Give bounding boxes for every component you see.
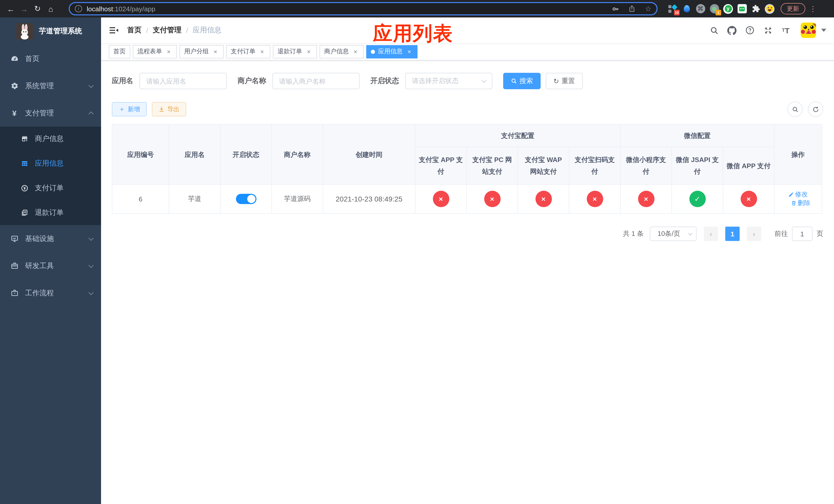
hamburger-icon[interactable] [109,25,119,36]
page-number-button[interactable]: 1 [725,227,740,241]
toggle-search-button[interactable] [787,101,803,117]
bookmark-star-icon[interactable]: ☆ [645,5,652,13]
chevron-down-icon [688,231,693,235]
cell-created: 2021-10-23 08:49:25 [323,185,415,214]
tab-merchant-info[interactable]: 商户信息× [320,45,364,58]
ext-chat-icon[interactable] [737,4,747,14]
url-text[interactable]: localhost:1024/pay/app [87,5,602,13]
col-created: 创建时间 [323,124,415,185]
export-button[interactable]: 导出 [152,102,186,116]
sidebar-item-app-info[interactable]: 应用信息 [0,151,101,176]
sidebar-item-refund-orders[interactable]: 退款订单 [0,201,101,225]
sidebar-item-payment[interactable]: ¥ 支付管理 [0,99,101,127]
browser-chrome: ← → ↻ ⌂ i localhost:1024/pay/app ☆ 10 ⌘ [0,0,834,18]
alipay-app-status-icon: × [433,191,449,207]
store-icon [21,135,28,143]
sidebar-item-dev-tools[interactable]: 研发工具 [0,252,101,279]
tab-home[interactable]: 首页 [109,45,130,58]
page-size-select[interactable]: 10条/页 [650,227,697,241]
search-icon [792,106,798,113]
status-label: 开启状态 [370,76,399,86]
browser-forward-icon[interactable]: → [18,2,31,15]
ext-y-icon[interactable]: y [723,4,733,14]
tab-close-icon[interactable]: × [165,48,172,55]
tab-app-info[interactable]: 应用信息× [366,45,418,58]
alipay-wap-status-icon: × [535,191,552,207]
extensions-puzzle-icon[interactable] [751,4,761,14]
ext-lens-icon[interactable]: 1 [709,4,719,14]
prev-page-button[interactable]: ‹ [704,227,718,241]
sidebar-item-label: 研发工具 [25,261,89,271]
delete-link[interactable]: 删除 [791,199,810,208]
browser-profile-avatar[interactable] [765,4,774,14]
status-select[interactable]: 请选择开启状态 [405,73,492,89]
tab-close-icon[interactable]: × [305,48,312,55]
wechat-jsapi-status-icon: ✓ [689,191,705,207]
tab-user-group[interactable]: 用户分组× [179,45,224,58]
url-host: localhost [87,5,113,13]
app-name-input[interactable] [139,73,227,89]
ext-command-icon[interactable]: ⌘ [696,4,705,14]
tab-close-icon[interactable]: × [259,48,266,55]
reset-button[interactable]: ↻ 重置 [546,73,583,89]
address-bar[interactable]: i localhost:1024/pay/app ☆ [69,2,658,15]
tab-close-icon[interactable]: × [212,48,219,55]
tab-close-icon[interactable]: × [406,48,413,55]
chevron-down-icon [88,290,94,295]
next-page-button[interactable]: › [747,227,761,241]
breadcrumb-item[interactable]: 首页 [127,26,141,35]
yen-icon: ¥ [10,109,19,117]
goto-page-input[interactable] [792,227,812,241]
site-info-icon[interactable]: i [75,5,82,12]
tab-pay-orders[interactable]: 支付订单× [226,45,270,58]
add-button[interactable]: ＋ 新增 [112,102,147,116]
wechat-app-status-icon: × [740,191,757,207]
goto-unit-label: 页 [816,229,823,239]
dashboard-icon [10,54,19,63]
sidebar-item-workflow[interactable]: 工作流程 [0,279,101,306]
cell-merchant: 芋道源码 [271,185,323,214]
password-key-icon[interactable] [612,5,619,13]
browser-menu-icon[interactable]: ⋮ [809,5,816,13]
sidebar-item-pay-orders[interactable]: 支付订单 [0,176,101,201]
search-icon[interactable] [709,26,719,35]
tab-process-form[interactable]: 流程表单× [133,45,177,58]
user-avatar[interactable] [801,23,816,38]
help-icon[interactable] [745,26,754,35]
edit-link[interactable]: 修改 [788,190,808,199]
pagination: 共 1 条 10条/页 ‹ 1 › 前往 页 [112,227,823,241]
ext-kite-icon[interactable] [682,4,692,14]
edit-link-label: 修改 [795,190,808,199]
sidebar: 芋道管理系统 首页 系统管理 ¥ 支付管理 [0,18,101,504]
extensions-area: 10 ⌘ 1 y 更新 ⋮ [668,3,816,14]
documents-icon [21,209,28,216]
sidebar-item-infrastructure[interactable]: 基础设施 [0,225,101,252]
browser-back-icon[interactable]: ← [4,2,18,15]
col-app-id: 应用编号 [112,124,169,185]
merchant-name-input[interactable] [272,73,359,89]
fullscreen-icon[interactable] [763,26,772,35]
col-wechat-mini: 微信小程序支付 [620,147,672,185]
app-status-toggle[interactable] [236,194,256,204]
merchant-name-label: 商户名称 [238,76,266,86]
tab-close-icon[interactable]: × [352,48,359,55]
tab-refund-orders[interactable]: 退款订单× [273,45,317,58]
breadcrumb-item[interactable]: 支付管理 [153,26,181,35]
caret-down-icon[interactable] [821,29,826,32]
sidebar-logo[interactable]: 芋道管理系统 [0,18,101,45]
pencil-icon [788,192,794,198]
delete-link-label: 删除 [797,199,810,208]
github-icon[interactable] [727,26,737,35]
refresh-table-button[interactable] [808,101,823,117]
share-icon[interactable] [629,5,636,12]
group-wechat-config: 微信配置 [620,124,774,147]
sidebar-item-home[interactable]: 首页 [0,45,101,72]
browser-reload-icon[interactable]: ↻ [31,2,44,15]
search-button[interactable]: 搜索 [503,73,541,89]
sidebar-item-system[interactable]: 系统管理 [0,72,101,99]
browser-update-button[interactable]: 更新 [781,3,805,14]
font-size-icon[interactable]: TT [781,26,790,35]
browser-home-icon[interactable]: ⌂ [44,2,58,15]
sidebar-item-merchant-info[interactable]: 商户信息 [0,127,101,151]
ext-design-tool-icon[interactable]: 10 [668,4,678,14]
